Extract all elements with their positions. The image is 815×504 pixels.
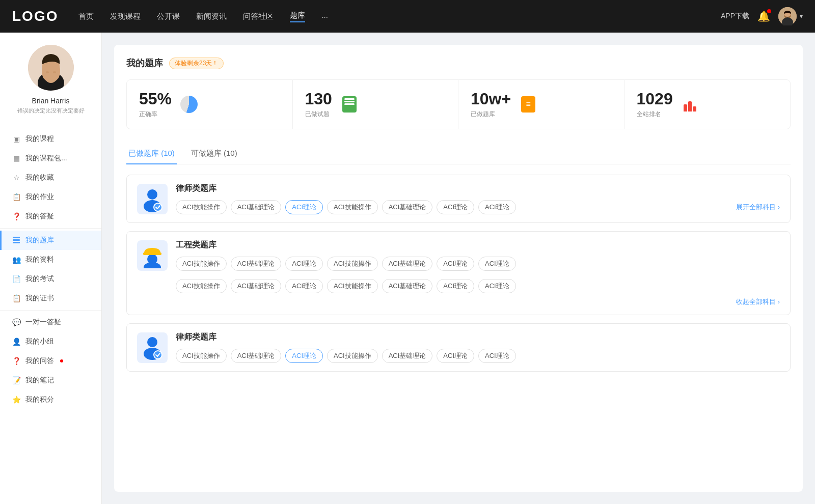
myqa-icon: ❓ (12, 357, 20, 365)
svg-rect-9 (13, 237, 20, 238)
nav-open-course[interactable]: 公开课 (157, 12, 180, 21)
l2-tag-3[interactable]: ACI技能操作 (327, 349, 378, 363)
ranking-icon (681, 95, 699, 114)
bank-card-lawyer: 律师类题库 ACI技能操作 ACI基础理论 ACI理论 ACI技能操作 ACI基… (126, 175, 791, 223)
nav-home[interactable]: 首页 (78, 12, 94, 21)
sidebar-item-1on1[interactable]: 💬 一对一答疑 (0, 313, 101, 332)
eng-tag-6[interactable]: ACI理论 (478, 257, 516, 271)
tag-0[interactable]: ACI技能操作 (176, 200, 227, 214)
sidebar-item-myqa[interactable]: ❓ 我的问答 (0, 351, 101, 371)
sidebar-item-question-bank[interactable]: 我的题库 (0, 231, 101, 250)
svg-point-8 (53, 71, 56, 73)
lawyer-bank-tags: ACI技能操作 ACI基础理论 ACI理论 ACI技能操作 ACI基础理论 AC… (176, 200, 780, 214)
app-download-button[interactable]: APP下载 (721, 12, 749, 21)
accuracy-icon (180, 95, 198, 114)
stat-done-banks: 10w+ 已做题库 (458, 80, 624, 129)
l2-tag-1[interactable]: ACI基础理论 (231, 349, 282, 363)
trial-badge: 体验剩余23天！ (169, 58, 224, 69)
l2-tag-6[interactable]: ACI理论 (478, 349, 516, 363)
sidebar-item-qa[interactable]: ❓ 我的答疑 (0, 207, 101, 226)
tag-5[interactable]: ACI理论 (437, 200, 474, 214)
qbank-icon (12, 236, 20, 244)
doc-green-icon (342, 96, 357, 113)
notification-bell[interactable]: 🔔 (757, 10, 770, 22)
sidebar-item-exam[interactable]: 📄 我的考试 (0, 269, 101, 289)
sidebar-item-course-packages[interactable]: ▤ 我的课程包... (0, 149, 101, 168)
svg-rect-17 (143, 253, 161, 255)
l2-tag-2[interactable]: ACI理论 (285, 349, 323, 363)
courses-icon: ▣ (12, 135, 20, 143)
svg-point-16 (144, 262, 161, 268)
bank-card-lawyer-header: 律师类题库 ACI技能操作 ACI基础理论 ACI理论 ACI技能操作 ACI基… (127, 175, 790, 222)
star-icon: ☆ (12, 174, 20, 182)
engineering-bank-tags-row1: ACI技能操作 ACI基础理论 ACI理论 ACI技能操作 ACI基础理论 AC… (176, 257, 780, 271)
profile-avatar (28, 45, 74, 91)
eng-tag-5[interactable]: ACI理论 (437, 257, 474, 271)
tab-done-banks[interactable]: 已做题库 (10) (126, 144, 177, 164)
nav-discover[interactable]: 发现课程 (110, 12, 141, 21)
sidebar: Brian Harris 错误的决定比没有决定要好 ▣ 我的课程 ▤ 我的课程包… (0, 33, 102, 504)
nav-more[interactable]: ··· (321, 12, 328, 21)
tag-6[interactable]: ACI理论 (478, 200, 516, 214)
sidebar-divider-1 (0, 228, 101, 229)
tag-4[interactable]: ACI基础理论 (382, 200, 433, 214)
sidebar-item-courses[interactable]: ▣ 我的课程 (0, 129, 101, 149)
sidebar-item-points[interactable]: ⭐ 我的积分 (0, 390, 101, 409)
stat-rank-label: 全站排名 (637, 110, 673, 119)
tag-3[interactable]: ACI技能操作 (327, 200, 378, 214)
lawyer2-bank-tags: ACI技能操作 ACI基础理论 ACI理论 ACI技能操作 ACI基础理论 AC… (176, 349, 780, 363)
eng-extra-tag-2[interactable]: ACI理论 (285, 279, 323, 293)
tag-2[interactable]: ACI理论 (285, 200, 323, 214)
navbar: LOGO 首页 发现课程 公开课 新闻资讯 问答社区 题库 ··· APP下载 … (0, 0, 815, 33)
tag-1[interactable]: ACI基础理论 (231, 200, 282, 214)
done-banks-icon (519, 95, 537, 114)
user-avatar-button[interactable]: ▾ (778, 7, 803, 25)
bank-card-engineering: 工程类题库 ACI技能操作 ACI基础理论 ACI理论 ACI技能操作 ACI基… (126, 231, 791, 315)
tabs-row: 已做题库 (10) 可做题库 (10) (126, 144, 791, 164)
l2-tag-5[interactable]: ACI理论 (437, 349, 474, 363)
eng-extra-tag-6[interactable]: ACI理论 (478, 279, 516, 293)
notes-icon: 📝 (12, 376, 20, 384)
nav-question-bank[interactable]: 题库 (290, 11, 305, 22)
eng-extra-tag-1[interactable]: ACI基础理论 (231, 279, 282, 293)
chat-icon: 💬 (12, 318, 20, 326)
eng-extra-tag-3[interactable]: ACI技能操作 (327, 279, 378, 293)
tab-available-banks[interactable]: 可做题库 (10) (189, 144, 239, 164)
expand-lawyer-link[interactable]: 展开全部科目 › (736, 203, 780, 212)
svg-point-20 (154, 351, 162, 359)
lawyer2-bank-title: 律师类题库 (176, 332, 780, 343)
sidebar-item-certificate[interactable]: 📋 我的证书 (0, 289, 101, 308)
profile-motto: 错误的决定比没有决定要好 (10, 107, 91, 115)
eng-extra-tag-4[interactable]: ACI基础理论 (382, 279, 433, 293)
svg-rect-11 (13, 242, 20, 243)
sidebar-item-notes[interactable]: 📝 我的笔记 (0, 371, 101, 390)
nav-qa[interactable]: 问答社区 (243, 12, 274, 21)
l2-tag-0[interactable]: ACI技能操作 (176, 349, 227, 363)
eng-extra-tag-5[interactable]: ACI理论 (437, 279, 474, 293)
nav-news[interactable]: 新闻资讯 (196, 12, 227, 21)
svg-point-14 (154, 203, 162, 211)
done-questions-icon (340, 95, 359, 114)
points-icon: ⭐ (12, 396, 20, 404)
group-icon: 👤 (12, 338, 20, 346)
page-title: 我的题库 (126, 57, 163, 69)
sidebar-item-favorites[interactable]: ☆ 我的收藏 (0, 168, 101, 187)
eng-tag-3[interactable]: ACI技能操作 (327, 257, 378, 271)
sidebar-item-groups[interactable]: 👤 我的小组 (0, 332, 101, 351)
bank-card-lawyer2-header: 律师类题库 ACI技能操作 ACI基础理论 ACI理论 ACI技能操作 ACI基… (127, 324, 790, 371)
collapse-engineering-link[interactable]: 收起全部科目 › (176, 297, 780, 306)
sidebar-item-profile[interactable]: 👥 我的资料 (0, 250, 101, 269)
eng-tag-4[interactable]: ACI基础理论 (382, 257, 433, 271)
eng-extra-tag-0[interactable]: ACI技能操作 (176, 279, 227, 293)
sidebar-item-homework[interactable]: 📋 我的作业 (0, 187, 101, 207)
eng-tag-2[interactable]: ACI理论 (285, 257, 323, 271)
bar-chart-icon (684, 97, 696, 111)
l2-tag-4[interactable]: ACI基础理论 (382, 349, 433, 363)
engineering-bank-icon (137, 240, 168, 271)
engineering-bank-tags-row2: ACI技能操作 ACI基础理论 ACI理论 ACI技能操作 ACI基础理论 AC… (176, 279, 780, 293)
stat-ranking: 1029 全站排名 (624, 80, 791, 129)
engineering-extra-row: ACI技能操作 ACI基础理论 ACI理论 ACI技能操作 ACI基础理论 AC… (127, 279, 790, 315)
lawyer2-bank-icon (137, 332, 168, 363)
eng-tag-1[interactable]: ACI基础理论 (231, 257, 282, 271)
eng-tag-0[interactable]: ACI技能操作 (176, 257, 227, 271)
